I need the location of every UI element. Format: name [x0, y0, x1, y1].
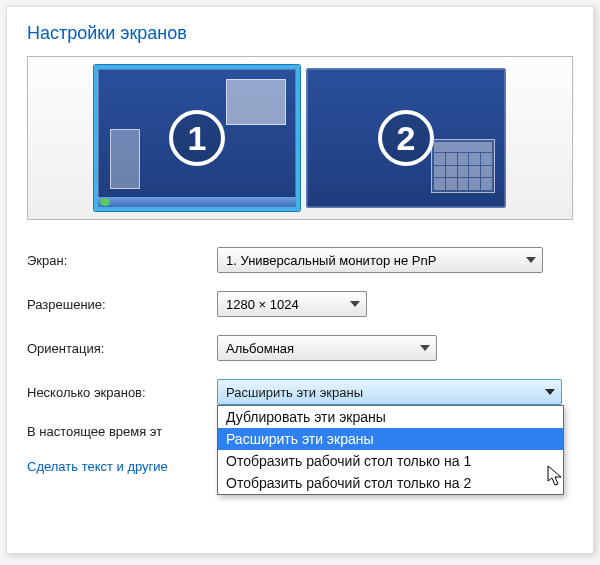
text-size-link[interactable]: Сделать текст и другие [27, 459, 168, 474]
orientation-select[interactable]: Альбомная [217, 335, 437, 361]
settings-form: Экран: 1. Универсальный монитор не PnP Р… [27, 242, 573, 474]
monitor-1[interactable]: 1 [94, 65, 300, 211]
orientation-select-value: Альбомная [226, 341, 294, 356]
label-resolution: Разрешение: [27, 297, 217, 312]
monitor1-start-decor [100, 198, 110, 206]
chevron-down-icon [545, 389, 555, 395]
multiple-displays-select-value: Расширить эти экраны [226, 385, 363, 400]
resolution-select[interactable]: 1280 × 1024 [217, 291, 367, 317]
label-orientation: Ориентация: [27, 341, 217, 356]
row-resolution: Разрешение: 1280 × 1024 [27, 286, 573, 322]
multi-option-extend[interactable]: Расширить эти экраны [218, 428, 563, 450]
chevron-down-icon [526, 257, 536, 263]
chevron-down-icon [350, 301, 360, 307]
chevron-down-icon [420, 345, 430, 351]
monitor-arrangement-box[interactable]: 1 2 [27, 56, 573, 220]
resolution-select-value: 1280 × 1024 [226, 297, 299, 312]
monitor-1-badge: 1 [169, 110, 225, 166]
label-multiple-displays: Несколько экранов: [27, 385, 217, 400]
multiple-displays-select[interactable]: Расширить эти экраны Дублировать эти экр… [217, 379, 562, 405]
row-orientation: Ориентация: Альбомная [27, 330, 573, 366]
multi-option-only1[interactable]: Отобразить рабочий стол только на 1 [218, 450, 563, 472]
multi-option-only2[interactable]: Отобразить рабочий стол только на 2 [218, 472, 563, 494]
monitor-2[interactable]: 2 [306, 68, 506, 208]
page-title: Настройки экранов [27, 23, 573, 44]
monitor-2-badge: 2 [378, 110, 434, 166]
monitor1-sidebar-decor [110, 129, 140, 189]
multiple-displays-dropdown: Дублировать эти экраны Расширить эти экр… [217, 405, 564, 495]
multi-option-duplicate[interactable]: Дублировать эти экраны [218, 406, 563, 428]
label-display: Экран: [27, 253, 217, 268]
monitor1-window-decor [226, 79, 286, 125]
display-settings-panel: Настройки экранов 1 2 Экран: 1. Универса… [6, 6, 594, 554]
monitor2-calendar-decor [431, 139, 495, 193]
monitor1-taskbar-decor [98, 197, 296, 207]
row-display: Экран: 1. Универсальный монитор не PnP [27, 242, 573, 278]
display-select-value: 1. Универсальный монитор не PnP [226, 253, 436, 268]
row-multiple-displays: Несколько экранов: Расширить эти экраны … [27, 374, 573, 410]
display-select[interactable]: 1. Универсальный монитор не PnP [217, 247, 543, 273]
